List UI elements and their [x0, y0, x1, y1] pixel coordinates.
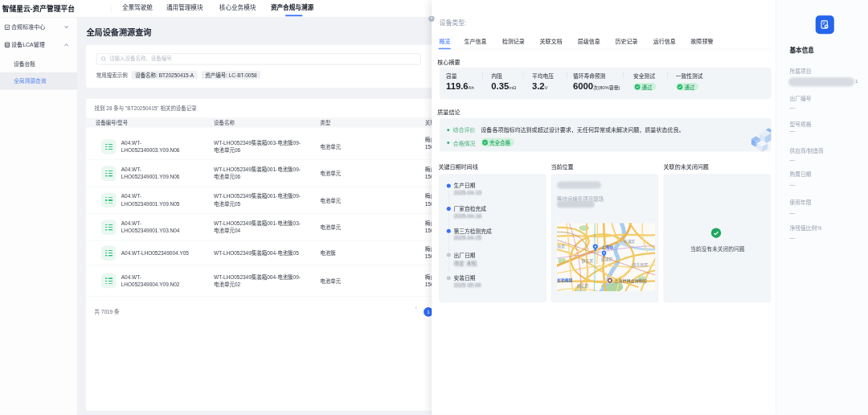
svg-text:静安区: 静安区: [581, 258, 593, 264]
svg-text:徐汇区: 徐汇区: [577, 283, 589, 289]
svg-text:上海世博会博物馆: 上海世博会博物馆: [614, 278, 646, 284]
svg-text:黄浦区: 黄浦区: [600, 257, 612, 262]
svg-text:杨浦区: 杨浦区: [623, 239, 635, 244]
svg-text:虹桥枢纽: 虹桥枢纽: [557, 277, 572, 283]
svg-text:浦东新区: 浦东新区: [632, 262, 648, 268]
svg-text:上海站: 上海站: [601, 244, 613, 250]
svg-text:陀区: 陀区: [557, 244, 565, 249]
